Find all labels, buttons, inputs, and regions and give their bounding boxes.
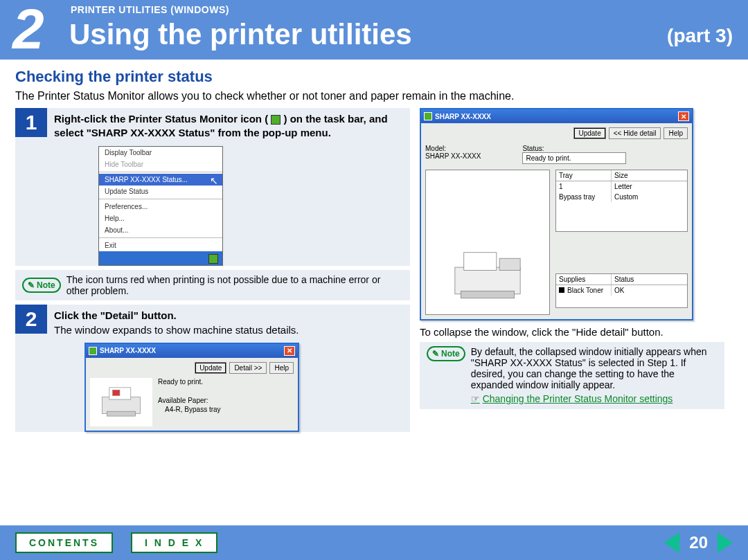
tray-1-size: Letter xyxy=(612,181,667,192)
svg-rect-3 xyxy=(107,411,135,416)
supplies-header-1: Supplies xyxy=(556,274,612,284)
window-titlebar-small: SHARP XX-XXXX ✕ xyxy=(86,344,298,358)
hide-detail-button: << Hide detail xyxy=(609,127,661,139)
section-intro: The Printer Status Monitor allows you to… xyxy=(15,90,733,102)
supplies-header-2: Status xyxy=(612,274,667,284)
svg-rect-7 xyxy=(461,291,514,298)
tray-table: Tray Size 1 Letter Bypass tray Custom xyxy=(555,170,688,232)
window-icon xyxy=(89,347,97,355)
step-1-number: 1 xyxy=(15,108,47,137)
supply-status: OK xyxy=(612,285,667,296)
svg-rect-2 xyxy=(113,390,120,395)
tray-row-1: 1 Letter xyxy=(556,181,687,192)
next-page-icon[interactable] xyxy=(718,532,733,553)
printer-status-icon xyxy=(271,115,280,125)
tray-header-2: Size xyxy=(612,170,667,181)
settings-link-label: Changing the Printer Status Monitor sett… xyxy=(483,393,673,404)
part-label: (part 3) xyxy=(667,25,733,47)
info-col-small: Ready to print. Available Paper: A4-R, B… xyxy=(158,378,221,426)
note-pill-icon: Note xyxy=(22,278,61,293)
toner-icon xyxy=(559,287,564,293)
page-header: 2 PRINTER UTILITIES (WINDOWS) Using the … xyxy=(0,0,748,60)
right-column: SHARP XX-XXXX ✕ Update << Hide detail He… xyxy=(420,108,724,436)
detail-button: Detail >> xyxy=(229,362,267,374)
menu-item-status: SHARP XX-XXXX Status... ↖ xyxy=(99,174,222,186)
status-label-big: Status: xyxy=(522,145,626,152)
svg-rect-6 xyxy=(499,258,520,270)
hand-icon: ☞ xyxy=(471,393,480,404)
status-value-big: Ready to print. xyxy=(522,152,626,164)
svg-rect-5 xyxy=(464,253,497,271)
menu-item-update-status: Update Status xyxy=(99,186,222,197)
menu-item-about: About... xyxy=(99,224,222,236)
section-subtitle: Checking the printer status xyxy=(15,68,733,86)
cursor-icon: ↖ xyxy=(210,175,218,186)
printer-preview-big xyxy=(425,170,550,315)
tray-row-2: Bypass tray Custom xyxy=(556,192,687,202)
window-icon-big xyxy=(424,112,432,120)
index-button[interactable]: I N D E X xyxy=(131,532,217,553)
printer-drawing-big-icon xyxy=(446,245,529,307)
context-menu-figure: Display Toolbar Hide Toolbar SHARP XX-XX… xyxy=(98,146,223,266)
window-title-small: SHARP XX-XXXX xyxy=(100,347,156,354)
note-1-text: The icon turns red when printing is not … xyxy=(66,274,403,296)
status-window-collapsed: SHARP XX-XXXX ✕ Update Detail >> Help xyxy=(84,343,299,432)
two-col-row: 1 Right-click the Printer Status Monitor… xyxy=(15,108,733,436)
update-button-big: Update xyxy=(573,127,605,139)
status-window-expanded: SHARP XX-XXXX ✕ Update << Hide detail He… xyxy=(420,108,693,320)
menu-item-hide-toolbar: Hide Toolbar xyxy=(99,159,222,170)
available-paper-value: A4-R, Bypass tray xyxy=(158,406,221,413)
chapter-number: 2 xyxy=(12,0,44,62)
step-2-number: 2 xyxy=(15,305,47,334)
note-2: Note By default, the collapsed window in… xyxy=(420,342,724,409)
help-button-big: Help xyxy=(664,127,688,139)
window-title-big: SHARP XX-XXXX xyxy=(435,113,491,120)
close-icon-big: ✕ xyxy=(678,111,689,121)
supplies-table: Supplies Status Black Toner OK xyxy=(555,273,688,308)
tray-1-name: 1 xyxy=(556,181,612,192)
step-1-title: Right-click the Printer Status Monitor i… xyxy=(54,112,403,139)
step-2-title: Click the "Detail" button. xyxy=(54,309,403,323)
close-icon: ✕ xyxy=(284,346,295,356)
page-footer: CONTENTS I N D E X 20 xyxy=(0,525,748,560)
step-2: 2 Click the "Detail" button. The window … xyxy=(15,305,410,432)
supplies-row-1: Black Toner OK xyxy=(556,285,687,296)
model-value: SHARP XX-XXXX xyxy=(425,152,481,160)
model-block: Model: SHARP XX-XXXX xyxy=(425,145,481,164)
model-label: Model: xyxy=(425,145,481,152)
collapse-caption: To collapse the window, click the "Hide … xyxy=(420,326,724,338)
update-button-small: Update xyxy=(195,362,226,374)
menu-item-display-toolbar: Display Toolbar xyxy=(99,147,222,159)
svg-rect-4 xyxy=(455,267,520,294)
step-2-desc: The window expands to show machine statu… xyxy=(54,324,403,336)
page-number: 20 xyxy=(689,533,708,552)
printer-drawing-icon xyxy=(97,383,145,421)
note-2-text: By default, the collapsed window initial… xyxy=(471,346,718,390)
note-1: Note The icon turns red when printing is… xyxy=(15,270,410,300)
page-content: Checking the printer status The Printer … xyxy=(0,60,748,436)
help-button-small: Help xyxy=(269,362,294,374)
menu-item-status-label: SHARP XX-XXXX Status... xyxy=(105,176,188,183)
window-titlebar-big: SHARP XX-XXXX ✕ xyxy=(421,109,692,123)
available-paper-label: Available Paper: xyxy=(158,397,221,404)
settings-link[interactable]: ☞Changing the Printer Status Monitor set… xyxy=(471,393,673,404)
step-1-title-a: Right-click the Printer Status Monitor i… xyxy=(54,113,268,125)
left-column: 1 Right-click the Printer Status Monitor… xyxy=(15,108,410,436)
supply-name: Black Toner xyxy=(567,287,603,294)
breadcrumb: PRINTER UTILITIES (WINDOWS) xyxy=(71,4,229,15)
ready-status-small: Ready to print. xyxy=(158,378,221,386)
status-block: Status: Ready to print. xyxy=(522,145,626,164)
menu-item-preferences: Preferences... xyxy=(99,201,222,213)
taskbar-strip xyxy=(99,251,222,265)
tray-2-size: Custom xyxy=(612,192,667,202)
tray-header-1: Tray xyxy=(556,170,612,181)
prev-page-icon[interactable] xyxy=(664,532,679,553)
contents-button[interactable]: CONTENTS xyxy=(15,532,113,553)
note-2-pill-icon: Note xyxy=(427,346,465,361)
page-title: Using the printer utilities xyxy=(69,18,412,51)
printer-preview-small xyxy=(90,378,152,426)
tray-printer-icon xyxy=(208,254,218,264)
menu-item-help: Help... xyxy=(99,213,222,224)
tray-2-name: Bypass tray xyxy=(556,192,612,202)
step-1: 1 Right-click the Printer Status Monitor… xyxy=(15,108,410,266)
